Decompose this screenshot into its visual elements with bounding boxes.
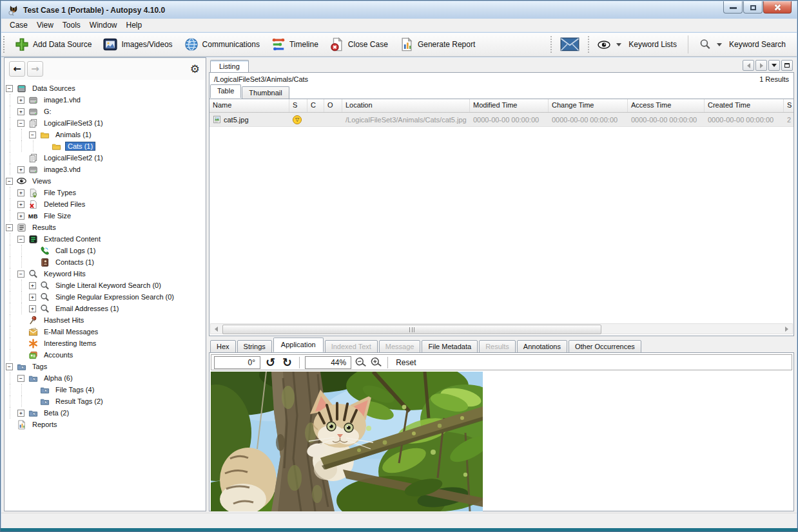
tab-table[interactable]: Table bbox=[210, 84, 241, 98]
tree-item-logicalfileset2-1[interactable]: LogicalFileSet2 (1) bbox=[5, 152, 206, 164]
tab-other-occurrences[interactable]: Other Occurrences bbox=[569, 340, 641, 353]
column-header-change-time[interactable]: Change Time bbox=[549, 99, 628, 112]
maximize-button[interactable] bbox=[743, 1, 763, 14]
tree-item-single-literal-keyword-search-0[interactable]: +Single Literal Keyword Search (0) bbox=[5, 280, 206, 291]
tree-item-single-regular-expression-search-0[interactable]: +Single Regular Expression Search (0) bbox=[5, 291, 206, 303]
tab-strings[interactable]: Strings bbox=[237, 340, 272, 353]
rotation-field[interactable]: 0° bbox=[214, 356, 260, 369]
tree-item-deleted-files[interactable]: +Deleted Files bbox=[5, 198, 206, 210]
tab-annotations[interactable]: Annotations bbox=[517, 340, 567, 353]
tree-item-file-types[interactable]: +File Types bbox=[5, 187, 206, 198]
tree-item-reports[interactable]: Reports bbox=[5, 419, 206, 430]
tree-item-contacts-1[interactable]: Contacts (1) bbox=[5, 256, 206, 268]
tree-item-cats-1[interactable]: Cats (1) bbox=[5, 140, 206, 152]
menu-tools[interactable]: Tools bbox=[58, 19, 85, 31]
tree-item-file-size[interactable]: +MBFile Size bbox=[5, 210, 206, 222]
scroll-left-arrow[interactable] bbox=[211, 324, 222, 334]
column-header-access-time[interactable]: Access Time bbox=[628, 99, 705, 112]
tab-list-dropdown-button[interactable] bbox=[768, 60, 780, 71]
expand-icon[interactable]: + bbox=[29, 305, 36, 312]
tree-item-views[interactable]: −Views bbox=[5, 175, 206, 187]
expand-icon[interactable]: + bbox=[17, 108, 24, 115]
tree-item-g[interactable]: +G: bbox=[5, 106, 206, 117]
column-header-c[interactable]: C bbox=[307, 99, 324, 112]
keyword-lists-button[interactable]: Keyword Lists bbox=[592, 34, 683, 55]
tab-file-metadata[interactable]: File Metadata bbox=[422, 340, 478, 353]
column-header-o[interactable]: O bbox=[324, 99, 342, 112]
timeline-button[interactable]: Timeline bbox=[266, 34, 324, 55]
collapse-icon[interactable]: − bbox=[6, 178, 13, 185]
expand-icon[interactable]: + bbox=[29, 282, 36, 289]
tree-item-hashset-hits[interactable]: Hashset Hits bbox=[5, 314, 206, 326]
tab-thumbnail[interactable]: Thumbnail bbox=[242, 86, 289, 99]
tree-item-beta-2[interactable]: +Beta (2) bbox=[5, 407, 206, 419]
minimize-button[interactable] bbox=[723, 1, 743, 14]
zoom-in-icon[interactable] bbox=[369, 356, 383, 369]
collapse-icon[interactable]: − bbox=[29, 131, 36, 138]
tree-item-call-logs-1[interactable]: Call Logs (1) bbox=[5, 245, 206, 256]
menu-window[interactable]: Window bbox=[85, 19, 122, 31]
tree-item-image1-vhd[interactable]: +image1.vhd bbox=[5, 94, 206, 106]
tab-application[interactable]: Application bbox=[273, 337, 324, 352]
tree-item-file-tags-4[interactable]: File Tags (4) bbox=[5, 384, 206, 395]
title-bar[interactable]: Test Case 1 (Portable) - Autopsy 4.10.0 bbox=[1, 1, 797, 19]
tree-item-accounts[interactable]: Accounts bbox=[5, 349, 206, 361]
collapse-icon[interactable]: − bbox=[6, 85, 13, 92]
back-button[interactable]: ← bbox=[9, 61, 25, 77]
scroll-tabs-right-button[interactable] bbox=[755, 60, 767, 71]
column-header-s[interactable]: S bbox=[784, 99, 793, 112]
generate-report-button[interactable]: Generate Report bbox=[394, 34, 481, 55]
tree-item-data-sources[interactable]: −Data Sources bbox=[5, 82, 206, 94]
tree-item-image3-vhd[interactable]: +image3.vhd bbox=[5, 164, 206, 175]
tree-item-animals-1[interactable]: −Animals (1) bbox=[5, 129, 206, 140]
messages-button[interactable] bbox=[554, 34, 585, 55]
table-row[interactable]: cat5.jpg▽/LogicalFileSet3/Animals/Cats/c… bbox=[209, 113, 793, 127]
column-header-s[interactable]: S bbox=[289, 99, 307, 112]
expand-icon[interactable]: + bbox=[17, 410, 24, 417]
tree-item-logicalfileset3-1[interactable]: −LogicalFileSet3 (1) bbox=[5, 117, 206, 129]
tree-item-email-addresses-1[interactable]: +Email Addresses (1) bbox=[5, 303, 206, 314]
collapse-icon[interactable]: − bbox=[17, 236, 24, 243]
tree-item-tags[interactable]: −Tags bbox=[5, 361, 206, 372]
column-header-modified-time[interactable]: Modified Time bbox=[470, 99, 549, 112]
expand-icon[interactable]: + bbox=[17, 213, 24, 220]
rotate-counterclockwise-button[interactable]: ↺ bbox=[264, 356, 277, 369]
menu-case[interactable]: Case bbox=[5, 19, 32, 31]
close-window-button[interactable] bbox=[763, 1, 792, 14]
tree-item-e-mail-messages[interactable]: E-Mail Messages bbox=[5, 326, 206, 337]
menu-view[interactable]: View bbox=[32, 19, 58, 31]
expand-icon[interactable]: + bbox=[17, 189, 24, 196]
menu-help[interactable]: Help bbox=[122, 19, 147, 31]
gear-icon[interactable]: ⚙ bbox=[190, 62, 200, 75]
rotate-clockwise-button[interactable]: ↻ bbox=[280, 356, 294, 369]
maximize-pane-button[interactable] bbox=[781, 60, 793, 71]
tree-item-keyword-hits[interactable]: −Keyword Hits bbox=[5, 268, 206, 280]
collapse-icon[interactable]: − bbox=[6, 224, 13, 231]
scrollbar-thumb[interactable] bbox=[222, 325, 601, 334]
close-case-button[interactable]: Close Case bbox=[324, 34, 394, 55]
forward-button[interactable]: → bbox=[27, 61, 43, 77]
zoom-out-icon[interactable] bbox=[354, 356, 367, 369]
column-header-created-time[interactable]: Created Time bbox=[705, 99, 784, 112]
collapse-icon[interactable]: − bbox=[17, 271, 24, 278]
expand-icon[interactable]: + bbox=[29, 294, 36, 301]
horizontal-scrollbar[interactable] bbox=[210, 323, 793, 334]
column-header-location[interactable]: Location bbox=[342, 99, 470, 112]
scroll-tabs-left-button[interactable] bbox=[743, 60, 754, 71]
tab-hex[interactable]: Hex bbox=[210, 340, 236, 353]
collapse-icon[interactable]: − bbox=[17, 375, 24, 382]
column-header-name[interactable]: Name bbox=[209, 99, 289, 112]
expand-icon[interactable]: + bbox=[17, 97, 24, 104]
collapse-icon[interactable]: − bbox=[17, 120, 24, 127]
scroll-right-arrow[interactable] bbox=[781, 324, 792, 334]
add-data-source-button[interactable]: Add Data Source bbox=[9, 34, 97, 55]
tree-item-result-tags-2[interactable]: Result Tags (2) bbox=[5, 395, 206, 407]
tab-listing[interactable]: Listing bbox=[210, 60, 249, 73]
expand-icon[interactable]: + bbox=[17, 201, 24, 208]
expand-icon[interactable]: + bbox=[17, 166, 24, 173]
tree-item-interesting-items[interactable]: Interesting Items bbox=[5, 337, 206, 349]
tree-item-alpha-6[interactable]: −Alpha (6) bbox=[5, 372, 206, 384]
collapse-icon[interactable]: − bbox=[6, 363, 13, 370]
reset-button[interactable]: Reset bbox=[393, 358, 418, 367]
zoom-level-field[interactable]: 44% bbox=[305, 356, 351, 369]
